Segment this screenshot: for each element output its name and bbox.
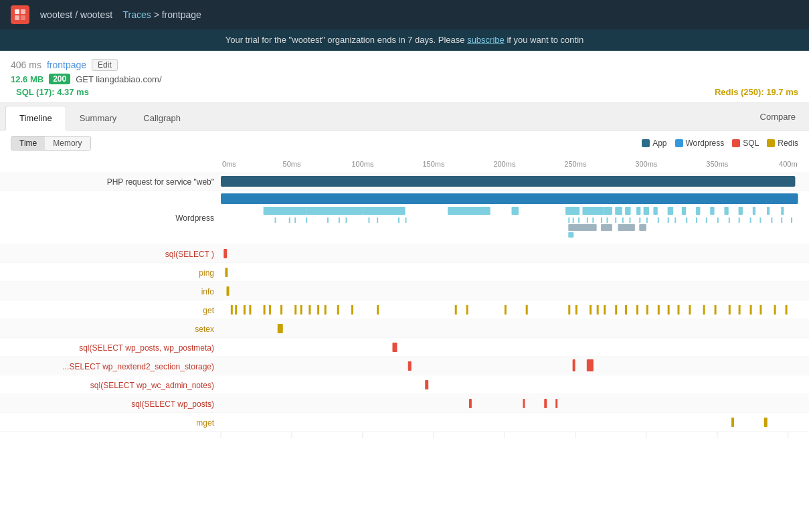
svg-rect-170 bbox=[469, 399, 472, 408]
legend-item-app: App bbox=[642, 139, 666, 148]
svg-rect-66 bbox=[587, 217, 588, 223]
svg-rect-129 bbox=[575, 305, 577, 315]
view-time-button[interactable]: Time bbox=[11, 137, 45, 150]
legend-color bbox=[732, 139, 740, 147]
svg-rect-162 bbox=[587, 359, 594, 371]
svg-rect-171 bbox=[523, 399, 525, 408]
logo[interactable] bbox=[11, 5, 29, 24]
compare-button[interactable]: Compare bbox=[747, 106, 809, 127]
svg-rect-60 bbox=[377, 217, 378, 223]
svg-rect-144 bbox=[739, 305, 741, 315]
svg-rect-68 bbox=[601, 217, 602, 223]
svg-rect-147 bbox=[774, 305, 776, 315]
svg-rect-64 bbox=[573, 217, 574, 223]
svg-rect-130 bbox=[590, 305, 592, 315]
svg-rect-38 bbox=[615, 207, 622, 215]
svg-text:sql(SELECT ): sql(SELECT ) bbox=[165, 250, 214, 259]
svg-rect-173 bbox=[555, 399, 557, 408]
svg-rect-83 bbox=[739, 217, 740, 223]
svg-rect-79 bbox=[696, 217, 697, 223]
svg-rect-69 bbox=[607, 217, 608, 223]
legend-color bbox=[675, 139, 683, 147]
svg-text:400m: 400m bbox=[779, 160, 798, 168]
view-toggle: Time Memory bbox=[11, 136, 91, 151]
subscribe-link[interactable]: subscribe bbox=[467, 35, 505, 45]
traces-link[interactable]: Traces bbox=[122, 9, 151, 20]
svg-rect-148 bbox=[786, 305, 788, 315]
legend-label: App bbox=[652, 139, 666, 148]
tab-callgraph[interactable]: Callgraph bbox=[130, 106, 194, 130]
legend-color bbox=[642, 139, 650, 147]
svg-rect-138 bbox=[668, 305, 670, 315]
svg-rect-87 bbox=[781, 217, 782, 223]
svg-rect-99 bbox=[0, 263, 809, 282]
svg-rect-30 bbox=[306, 207, 363, 215]
trace-name[interactable]: frontpage bbox=[47, 60, 86, 70]
svg-rect-51 bbox=[781, 207, 784, 215]
svg-rect-135 bbox=[636, 305, 638, 315]
legend-label: Redis bbox=[778, 139, 798, 148]
svg-text:...SELECT wp_nextend2_section_: ...SELECT wp_nextend2_section_storage) bbox=[62, 362, 214, 371]
svg-rect-125 bbox=[466, 305, 468, 315]
svg-rect-76 bbox=[668, 217, 669, 223]
svg-rect-40 bbox=[636, 207, 640, 215]
svg-rect-80 bbox=[706, 217, 707, 223]
tab-summary[interactable]: Summary bbox=[66, 106, 130, 130]
top-nav: wootest / wootest Traces > frontpage bbox=[0, 0, 809, 29]
tab-timeline[interactable]: Timeline bbox=[5, 106, 66, 130]
svg-rect-59 bbox=[368, 217, 369, 223]
svg-rect-36 bbox=[597, 207, 604, 215]
memory-label: 12.6 MB bbox=[11, 74, 43, 84]
svg-rect-142 bbox=[715, 305, 717, 315]
legend-item-wordpress: Wordpress bbox=[675, 139, 725, 148]
svg-text:0ms: 0ms bbox=[222, 160, 236, 168]
svg-rect-81 bbox=[717, 217, 719, 223]
trial-banner: Your trial for the "wootest" organizatio… bbox=[0, 29, 809, 51]
svg-rect-50 bbox=[767, 207, 770, 215]
svg-text:mget: mget bbox=[196, 418, 214, 428]
svg-text:get: get bbox=[203, 306, 214, 315]
svg-rect-3 bbox=[21, 15, 25, 20]
svg-rect-109 bbox=[231, 305, 233, 315]
svg-rect-166 bbox=[425, 380, 428, 389]
svg-text:ping: ping bbox=[199, 268, 214, 278]
svg-text:100ms: 100ms bbox=[351, 160, 374, 168]
svg-rect-152 bbox=[278, 324, 283, 333]
legend-item-redis: Redis bbox=[767, 139, 798, 148]
svg-rect-78 bbox=[686, 217, 687, 223]
svg-rect-56 bbox=[327, 217, 329, 223]
svg-rect-61 bbox=[398, 217, 399, 223]
svg-rect-88 bbox=[791, 217, 792, 223]
svg-rect-65 bbox=[578, 217, 579, 223]
svg-rect-71 bbox=[622, 217, 624, 223]
svg-rect-91 bbox=[618, 224, 634, 231]
svg-rect-111 bbox=[244, 305, 246, 315]
svg-rect-146 bbox=[759, 305, 761, 315]
svg-rect-57 bbox=[339, 217, 340, 223]
svg-rect-42 bbox=[653, 207, 657, 215]
svg-text:Wordpress: Wordpress bbox=[175, 213, 214, 223]
legend-label: SQL bbox=[743, 139, 759, 148]
svg-rect-74 bbox=[646, 217, 648, 223]
svg-rect-70 bbox=[615, 217, 616, 223]
svg-rect-140 bbox=[689, 305, 691, 315]
timeline-area: Time Memory AppWordpressSQLRedis 0ms50ms… bbox=[0, 130, 809, 438]
view-memory-button[interactable]: Memory bbox=[45, 137, 90, 150]
svg-rect-52 bbox=[275, 217, 276, 223]
svg-rect-121 bbox=[337, 305, 339, 315]
svg-text:sql(SELECT wp_posts): sql(SELECT wp_posts) bbox=[131, 400, 214, 409]
svg-rect-37 bbox=[604, 207, 612, 215]
svg-rect-133 bbox=[615, 305, 617, 315]
svg-rect-145 bbox=[750, 305, 752, 315]
svg-rect-55 bbox=[306, 217, 307, 223]
svg-rect-127 bbox=[526, 305, 528, 315]
method-url: GET liangdabiao.com/ bbox=[76, 74, 161, 84]
svg-rect-49 bbox=[753, 207, 755, 215]
svg-rect-113 bbox=[264, 305, 266, 315]
svg-rect-118 bbox=[308, 305, 310, 315]
edit-button[interactable]: Edit bbox=[92, 59, 118, 71]
svg-text:300ms: 300ms bbox=[635, 160, 658, 168]
svg-text:50ms: 50ms bbox=[283, 160, 301, 168]
svg-text:250ms: 250ms bbox=[564, 160, 587, 168]
svg-rect-29 bbox=[264, 207, 306, 215]
